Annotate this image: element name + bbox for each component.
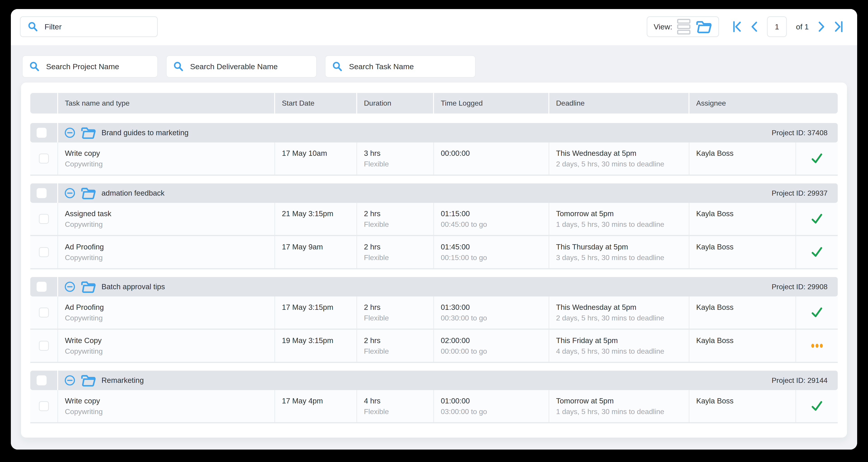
duration-type: Flexible: [364, 406, 429, 417]
group-select-checkbox[interactable]: [37, 282, 46, 292]
duration-value: 2 hrs: [364, 302, 429, 313]
task-name[interactable]: Write Copy: [65, 335, 270, 346]
first-page-icon[interactable]: [733, 21, 742, 33]
check-icon[interactable]: [810, 399, 824, 413]
time-logged-value: 01:00:00: [441, 396, 544, 406]
table-body: Brand guides to marketingProject ID: 374…: [30, 123, 838, 423]
task-name[interactable]: Ad Proofing: [65, 302, 270, 313]
deadline-value: Tomorrow at 5pm: [556, 208, 684, 219]
time-logged-cell: 00:00:00: [434, 143, 549, 175]
check-icon[interactable]: [810, 306, 824, 319]
next-page-icon[interactable]: [818, 21, 825, 33]
collapse-minus-icon[interactable]: [64, 375, 75, 386]
filter-input[interactable]: [44, 22, 157, 31]
start-date: 17 May 9am: [282, 242, 352, 252]
last-page-icon[interactable]: [834, 21, 843, 33]
task-select-checkbox[interactable]: [39, 308, 49, 317]
group-header-main: RemarketingProject ID: 29144: [58, 371, 838, 390]
search-icon: [332, 61, 343, 72]
duration-cell: 3 hrsFlexible: [357, 143, 434, 175]
task-row: Write copyCopywriting17 May 10am3 hrsFle…: [30, 143, 838, 176]
table-header-row: Task name and typeStart DateDurationTime…: [30, 93, 838, 114]
duration-type: Flexible: [364, 252, 429, 263]
column-header-task-name-and-type[interactable]: Task name and type: [58, 93, 275, 114]
project-id-label: Project ID: 37408: [772, 129, 828, 137]
group-select-checkbox[interactable]: [37, 375, 46, 386]
task-select-checkbox[interactable]: [39, 247, 49, 257]
start-date: 19 May 3:15pm: [282, 335, 352, 346]
group-select-checkbox[interactable]: [37, 188, 46, 198]
deadline-countdown: 1 days, 5 hrs, 30 mins to deadline: [556, 406, 684, 417]
folder-view-icon[interactable]: [696, 20, 712, 34]
deadline-countdown: 4 days, 5 hrs, 30 mins to deadline: [556, 346, 684, 357]
content-area: Task name and typeStart DateDurationTime…: [11, 45, 857, 450]
time-remaining: 03:00:00 to go: [441, 406, 544, 417]
column-header-start-date[interactable]: Start Date: [275, 93, 357, 114]
task-name[interactable]: Assigned task: [65, 208, 270, 219]
time-logged-cell: 01:30:0000:30:00 to go: [434, 297, 549, 329]
task-row: Ad ProofingCopywriting17 May 9am2 hrsFle…: [30, 236, 838, 269]
group-checkbox-cell: [30, 123, 58, 143]
start-date-cell: 17 May 3:15pm: [275, 297, 357, 329]
deadline-value: Tomorrow at 5pm: [556, 396, 684, 406]
start-date: 21 May 3:15pm: [282, 208, 352, 219]
start-date-cell: 17 May 4pm: [275, 390, 357, 422]
task-type: Copywriting: [65, 346, 270, 357]
collapse-minus-icon[interactable]: [64, 188, 75, 198]
column-header-assignee[interactable]: Assignee: [689, 93, 838, 114]
column-header-deadline[interactable]: Deadline: [549, 93, 689, 114]
check-icon[interactable]: [810, 152, 824, 165]
task-select-checkbox[interactable]: [39, 341, 49, 351]
task-select-checkbox[interactable]: [39, 214, 49, 224]
deadline-value: This Wednesday at 5pm: [556, 302, 684, 313]
project-id-label: Project ID: 29908: [772, 283, 828, 291]
group-checkbox-cell: [30, 277, 58, 297]
column-header-time-logged[interactable]: Time Logged: [434, 93, 549, 114]
project-group-header: RemarketingProject ID: 29144: [30, 371, 838, 390]
assignee-name: Kayla Boss: [696, 335, 791, 346]
ellipsis-dot: [811, 344, 814, 348]
status-cell: [796, 203, 838, 235]
project-group-section: admation feedbackProject ID: 29937Assign…: [30, 183, 838, 269]
assignee-cell: Kayla Boss: [689, 203, 796, 235]
task-name-cell: Write copyCopywriting: [58, 390, 275, 422]
check-icon[interactable]: [810, 212, 824, 226]
time-remaining: 00:00:00 to go: [441, 346, 544, 357]
task-select-checkbox[interactable]: [39, 154, 49, 163]
column-header-select: [30, 93, 58, 114]
group-title: admation feedback: [101, 189, 164, 197]
view-switcher: View:: [647, 16, 719, 37]
deadline-cell: This Thursday at 5pm3 days, 5 hrs, 30 mi…: [549, 236, 689, 268]
task-type: Copywriting: [65, 313, 270, 323]
search-deliverable-input[interactable]: [190, 62, 316, 71]
deadline-cell: This Friday at 5pm4 days, 5 hrs, 30 mins…: [549, 330, 689, 362]
ellipsis-icon[interactable]: [811, 344, 823, 348]
assignee-name: Kayla Boss: [696, 302, 791, 313]
project-id-label: Project ID: 29937: [772, 189, 828, 197]
filter-box: [20, 16, 158, 37]
duration-value: 3 hrs: [364, 148, 429, 159]
column-header-duration[interactable]: Duration: [357, 93, 434, 114]
group-checkbox-cell: [30, 371, 58, 390]
status-cell: [796, 297, 838, 329]
page-number-input[interactable]: [767, 16, 787, 37]
duration-value: 2 hrs: [364, 208, 429, 219]
task-name[interactable]: Write copy: [65, 396, 270, 406]
task-checkbox-cell: [30, 330, 58, 362]
task-select-checkbox[interactable]: [39, 401, 49, 411]
check-icon[interactable]: [810, 245, 824, 259]
list-view-icon[interactable]: [677, 18, 691, 35]
ellipsis-dot: [820, 344, 823, 348]
task-name[interactable]: Write copy: [65, 148, 270, 159]
group-select-checkbox[interactable]: [37, 128, 46, 138]
task-name[interactable]: Ad Proofing: [65, 242, 270, 252]
time-logged-value: 01:45:00: [441, 242, 544, 252]
prev-page-icon[interactable]: [751, 21, 758, 33]
search-project-input[interactable]: [46, 62, 157, 71]
search-task-input[interactable]: [348, 62, 475, 71]
task-type: Copywriting: [65, 219, 270, 229]
collapse-minus-icon[interactable]: [64, 281, 75, 292]
time-logged-value: 02:00:00: [441, 335, 544, 346]
collapse-minus-icon[interactable]: [64, 127, 75, 138]
start-date: 17 May 3:15pm: [282, 302, 352, 313]
